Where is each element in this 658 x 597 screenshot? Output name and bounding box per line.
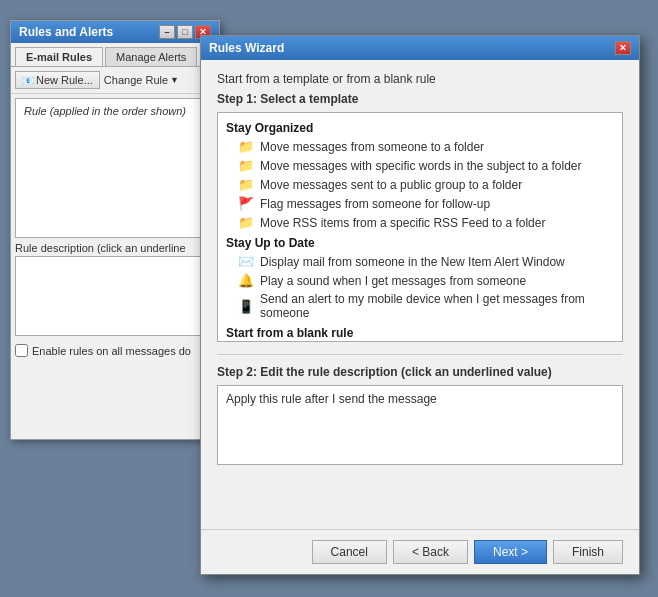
wizard-description-box: Apply this rule after I send the message (217, 385, 623, 465)
template-item[interactable]: ✉️ Display mail from someone in the New … (218, 252, 622, 271)
template-item[interactable]: 🔔 Play a sound when I get messages from … (218, 271, 622, 290)
template-item-label: Send an alert to my mobile device when I… (260, 292, 614, 320)
enable-rules-checkbox[interactable] (15, 344, 28, 357)
template-item[interactable]: 📁 Move messages sent to a public group t… (218, 175, 622, 194)
new-rule-button[interactable]: 📧 New Rule... (15, 71, 100, 89)
mobile-icon: 📱 (238, 299, 254, 314)
rule-description-label: Rule description (click an underline (15, 242, 215, 254)
rules-alerts-window: Rules and Alerts – □ ✕ E-mail Rules Mana… (10, 20, 220, 440)
wizard-step1-label: Step 1: Select a template (217, 92, 623, 106)
enable-checkbox-row: Enable rules on all messages do (11, 340, 219, 361)
rules-toolbar: 📧 New Rule... Change Rule ▼ (11, 67, 219, 94)
change-rule-button[interactable]: Change Rule ▼ (104, 74, 179, 86)
sound-icon: 🔔 (238, 273, 254, 288)
rules-list-header: Rule (applied in the order shown) (20, 103, 210, 119)
wizard-close-btn[interactable]: ✕ (615, 41, 631, 55)
wizard-title: Rules Wizard (209, 41, 284, 55)
cancel-button[interactable]: Cancel (312, 540, 387, 564)
rules-list-area: Rule (applied in the order shown) (15, 98, 215, 238)
wizard-titlebar-buttons: ✕ (615, 41, 631, 55)
section-header-blank: Start from a blank rule (218, 322, 622, 342)
folder-icon-1: 📁 (238, 139, 254, 154)
back-button[interactable]: < Back (393, 540, 468, 564)
wizard-intro: Start from a template or from a blank ru… (217, 72, 623, 86)
template-item-label: Move messages from someone to a folder (260, 140, 484, 154)
finish-button[interactable]: Finish (553, 540, 623, 564)
mail-icon-1: ✉️ (238, 254, 254, 269)
wizard-content: Start from a template or from a blank ru… (201, 60, 639, 477)
template-item[interactable]: 📱 Send an alert to my mobile device when… (218, 290, 622, 322)
template-item[interactable]: 📁 Move messages with specific words in t… (218, 156, 622, 175)
rule-description-area: Rule description (click an underline (15, 242, 215, 336)
wizard-footer: Cancel < Back Next > Finish (201, 529, 639, 574)
new-rule-icon: 📧 (22, 75, 34, 86)
section-header-uptodate: Stay Up to Date (218, 232, 622, 252)
change-rule-arrow: ▼ (170, 75, 179, 85)
template-item[interactable]: 📁 Move RSS items from a specific RSS Fee… (218, 213, 622, 232)
template-item-label: Move messages with specific words in the… (260, 159, 581, 173)
flag-icon: 🚩 (238, 196, 254, 211)
template-item[interactable]: 📁 Move messages from someone to a folder (218, 137, 622, 156)
section-header-organized: Stay Organized (218, 117, 622, 137)
template-item-label: Flag messages from someone for follow-up (260, 197, 490, 211)
rules-wizard-window: Rules Wizard ✕ Start from a template or … (200, 35, 640, 575)
tab-email-rules[interactable]: E-mail Rules (15, 47, 103, 66)
window-tabs: E-mail Rules Manage Alerts (11, 43, 219, 67)
next-button[interactable]: Next > (474, 540, 547, 564)
rule-description-box (15, 256, 215, 336)
template-list: Stay Organized 📁 Move messages from some… (217, 112, 623, 342)
template-item-label: Play a sound when I get messages from so… (260, 274, 526, 288)
template-item-label: Move RSS items from a specific RSS Feed … (260, 216, 545, 230)
enable-rules-label: Enable rules on all messages do (32, 345, 191, 357)
folder-icon-4: 📁 (238, 215, 254, 230)
rules-alerts-titlebar: Rules and Alerts – □ ✕ (11, 21, 219, 43)
maximize-btn[interactable]: □ (177, 25, 193, 39)
change-rule-label: Change Rule (104, 74, 168, 86)
rules-alerts-title: Rules and Alerts (19, 25, 113, 39)
wizard-step2-area: Step 2: Edit the rule description (click… (217, 354, 623, 465)
new-rule-label: New Rule... (36, 74, 93, 86)
template-item-label: Display mail from someone in the New Ite… (260, 255, 565, 269)
minimize-btn[interactable]: – (159, 25, 175, 39)
wizard-description-text: Apply this rule after I send the message (226, 392, 437, 406)
template-item-label: Move messages sent to a public group to … (260, 178, 522, 192)
wizard-step2-label: Step 2: Edit the rule description (click… (217, 365, 623, 379)
folder-icon-2: 📁 (238, 158, 254, 173)
tab-manage-alerts[interactable]: Manage Alerts (105, 47, 197, 66)
folder-icon-3: 📁 (238, 177, 254, 192)
wizard-titlebar: Rules Wizard ✕ (201, 36, 639, 60)
template-item[interactable]: 🚩 Flag messages from someone for follow-… (218, 194, 622, 213)
